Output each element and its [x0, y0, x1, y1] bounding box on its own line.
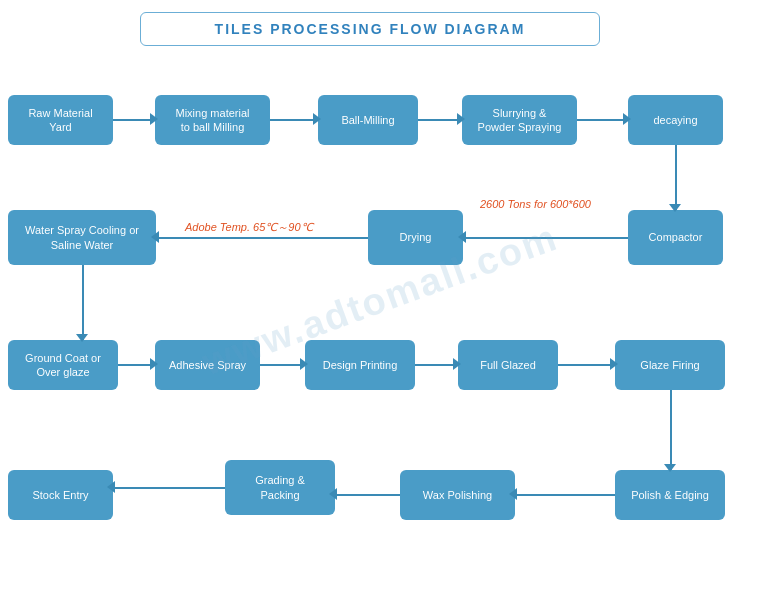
box-slurrying: Slurrying & Powder Spraying	[462, 95, 577, 145]
arrow-r3-3-head	[453, 358, 461, 370]
arrow-r4-3-head	[107, 481, 115, 493]
diagram-container: TILES PROCESSING FLOW DIAGRAM Raw Materi…	[0, 0, 760, 600]
arrow-r1-2	[270, 119, 318, 121]
arrow-r3-2-head	[300, 358, 308, 370]
arrow-glaze-polish-head	[664, 464, 676, 472]
arrow-r3-3	[415, 364, 458, 366]
arrow-water-ground	[82, 265, 84, 340]
arrow-water-ground-head	[76, 334, 88, 342]
box-stock: Stock Entry	[8, 470, 113, 520]
box-grading: Grading & Packing	[225, 460, 335, 515]
arrow-r4-2	[335, 494, 400, 496]
box-polish: Polish & Edging	[615, 470, 725, 520]
arrow-decay-comp-head	[669, 204, 681, 212]
box-ground-coat: Ground Coat or Over glaze	[8, 340, 118, 390]
box-water-spray: Water Spray Cooling or Saline Water	[8, 210, 156, 265]
arrow-dry-water-head	[151, 231, 159, 243]
box-wax: Wax Polishing	[400, 470, 515, 520]
arrow-comp-dry	[464, 237, 628, 239]
note-adobe-temp: Adobe Temp. 65℃～90℃	[185, 220, 313, 235]
box-decaying: decaying	[628, 95, 723, 145]
arrow-r1-4-head	[623, 113, 631, 125]
arrow-dry-water	[157, 237, 368, 239]
note-tons: 2600 Tons for 600*600	[480, 198, 591, 210]
box-drying: Drying	[368, 210, 463, 265]
arrow-r4-1-head	[509, 488, 517, 500]
title-text: TILES PROCESSING FLOW DIAGRAM	[215, 21, 526, 37]
box-design: Design Printing	[305, 340, 415, 390]
box-raw-material: Raw Material Yard	[8, 95, 113, 145]
box-glaze-firing: Glaze Firing	[615, 340, 725, 390]
arrow-r1-3	[418, 119, 462, 121]
arrow-r3-4	[558, 364, 615, 366]
box-compactor: Compactor	[628, 210, 723, 265]
box-adhesive: Adhesive Spray	[155, 340, 260, 390]
arrow-r3-4-head	[610, 358, 618, 370]
arrow-r4-1	[515, 494, 615, 496]
arrow-r4-2-head	[329, 488, 337, 500]
arrow-r3-1-head	[150, 358, 158, 370]
arrow-r4-3	[113, 487, 225, 489]
arrow-r1-1	[113, 119, 155, 121]
box-mixing: Mixing material to ball Milling	[155, 95, 270, 145]
arrow-r1-1-head	[150, 113, 158, 125]
box-ball-milling: Ball-Milling	[318, 95, 418, 145]
arrow-r1-2-head	[313, 113, 321, 125]
arrow-r1-4	[577, 119, 628, 121]
diagram-title: TILES PROCESSING FLOW DIAGRAM	[140, 12, 600, 46]
box-full-glazed: Full Glazed	[458, 340, 558, 390]
arrow-r1-3-head	[457, 113, 465, 125]
arrow-glaze-polish	[670, 390, 672, 470]
arrow-decay-comp	[675, 145, 677, 210]
arrow-comp-dry-head	[458, 231, 466, 243]
arrow-r3-2	[260, 364, 305, 366]
